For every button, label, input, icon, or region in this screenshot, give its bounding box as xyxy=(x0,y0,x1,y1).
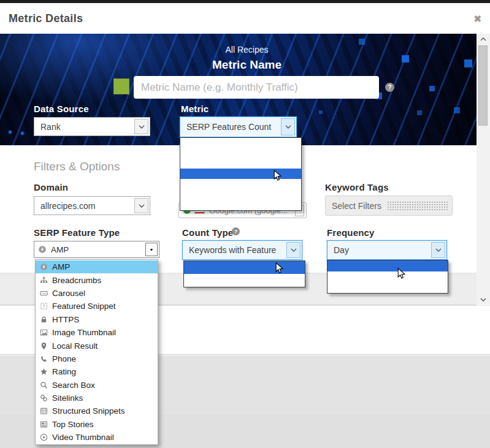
metric-dropdown-list xyxy=(180,137,302,211)
count-type-select[interactable]: Keywords with Feature xyxy=(182,240,302,260)
metric-option[interactable] xyxy=(180,189,301,200)
data-source-select[interactable]: Rank xyxy=(34,117,150,136)
serp-feature-type-select[interactable]: AMP ▼ xyxy=(34,241,159,258)
star-icon xyxy=(39,368,48,376)
frequency-select[interactable]: Day xyxy=(327,240,447,260)
metric-label: Metric xyxy=(181,104,209,114)
metric-value: SERP Features Count xyxy=(180,122,280,132)
frequency-option[interactable] xyxy=(327,271,448,283)
banner-light xyxy=(21,132,24,135)
dropdown-arrow-icon: ▼ xyxy=(145,243,158,256)
serp-feature-option[interactable]: Top Stories xyxy=(36,418,158,431)
serp-feature-option[interactable]: AMP xyxy=(36,260,158,273)
play-circle-icon xyxy=(39,433,48,441)
metric-option[interactable] xyxy=(180,200,301,210)
chevron-down-icon xyxy=(286,242,301,258)
search-icon xyxy=(39,381,48,389)
amp-icon xyxy=(38,245,47,254)
phone-icon xyxy=(39,355,48,363)
count-type-label: Count Type xyxy=(182,227,233,238)
banner-square xyxy=(319,110,323,114)
count-type-option[interactable] xyxy=(184,261,305,274)
metric-color-swatch[interactable] xyxy=(113,78,129,94)
metric-option[interactable] xyxy=(180,138,301,148)
link-icon xyxy=(39,394,48,402)
frequency-label: Frequency xyxy=(327,227,375,238)
serp-feature-option[interactable]: Structured Snippets xyxy=(36,404,158,417)
scroll-down-icon[interactable] xyxy=(477,294,490,305)
keyword-tags-placeholder: Select Filters xyxy=(326,201,387,211)
amp-icon xyxy=(39,263,48,271)
filters-options-title: Filters & Options xyxy=(34,160,120,173)
domain-value: allrecipes.com xyxy=(34,201,133,211)
metric-select[interactable]: SERP Features Count xyxy=(180,116,297,137)
metric-option[interactable] xyxy=(180,179,301,189)
scrollbar[interactable] xyxy=(477,34,490,305)
chevron-down-icon xyxy=(281,118,295,135)
domain-label: Domain xyxy=(34,182,68,192)
serp-feature-option[interactable]: Sitelinks xyxy=(36,392,158,404)
keyword-tags-label: Keyword Tags xyxy=(325,182,389,192)
help-icon[interactable]: ? xyxy=(232,227,240,235)
structured-snippets-icon xyxy=(39,407,48,415)
metric-name-input[interactable] xyxy=(134,76,379,99)
serp-feature-type-list: AMP Breadcrumbs Carousel Featured Snippe… xyxy=(35,259,158,445)
carousel-icon xyxy=(39,289,48,297)
modal-title: Metric Details xyxy=(9,12,83,25)
serp-feature-option[interactable]: HTTPS xyxy=(36,313,158,326)
count-type-value: Keywords with Feature xyxy=(183,245,285,255)
serp-feature-type-label: SERP Feature Type xyxy=(34,227,120,238)
modal-header: Metric Details ✖ xyxy=(0,3,490,34)
banner-square xyxy=(454,107,460,113)
scroll-up-icon[interactable] xyxy=(477,34,490,44)
help-icon[interactable]: ? xyxy=(385,83,394,92)
news-icon xyxy=(39,420,48,428)
banner-light xyxy=(9,131,12,134)
drag-dots-icon xyxy=(387,201,448,210)
chevron-down-icon xyxy=(134,198,148,213)
frequency-value: Day xyxy=(327,245,430,255)
metric-details-modal: Metric Details ✖ All Recipes Metric Name… xyxy=(0,0,490,448)
serp-feature-option[interactable]: Local Result xyxy=(36,339,158,352)
serp-feature-option[interactable]: Phone xyxy=(36,352,158,365)
frequency-option[interactable] xyxy=(327,260,448,271)
breadcrumbs-icon xyxy=(39,276,48,284)
domain-select[interactable]: allrecipes.com xyxy=(34,196,150,215)
serp-feature-option[interactable]: Carousel xyxy=(36,287,158,300)
frequency-option[interactable] xyxy=(327,282,448,293)
serp-feature-option[interactable]: Image Thumbnail xyxy=(36,326,158,339)
chevron-down-icon xyxy=(431,242,445,258)
serp-feature-option[interactable]: Breadcrumbs xyxy=(36,273,158,286)
lock-icon xyxy=(39,316,48,324)
serp-feature-option[interactable]: Rating xyxy=(36,365,158,378)
frequency-dropdown-list xyxy=(327,260,448,294)
map-pin-icon xyxy=(39,342,48,350)
serp-feature-option[interactable]: Search Box xyxy=(36,379,158,392)
data-source-value: Rank xyxy=(34,122,133,132)
data-source-label: Data Source xyxy=(34,104,89,114)
keyword-tags-filter[interactable]: Select Filters xyxy=(325,196,453,216)
serp-feature-type-value: AMP xyxy=(47,245,145,254)
featured-snippet-icon xyxy=(39,302,48,310)
metric-option[interactable] xyxy=(180,148,301,159)
chevron-down-icon xyxy=(134,119,148,134)
metric-name-heading: Metric Name xyxy=(0,58,477,72)
group-name-label: All Recipes xyxy=(0,45,477,55)
serp-feature-option[interactable]: Featured Snippet xyxy=(36,300,158,313)
metric-option[interactable] xyxy=(180,169,301,179)
metric-option[interactable] xyxy=(180,159,301,169)
banner-square xyxy=(359,39,365,45)
scrollbar-thumb[interactable] xyxy=(478,45,488,126)
image-thumbnail-icon xyxy=(39,328,48,336)
count-type-dropdown-list xyxy=(183,260,305,287)
banner-square xyxy=(429,86,435,91)
close-icon[interactable]: ✖ xyxy=(473,13,481,25)
banner-square xyxy=(417,110,422,115)
count-type-option[interactable] xyxy=(184,274,305,287)
serp-feature-option[interactable]: Video Thumbnail xyxy=(36,431,158,444)
